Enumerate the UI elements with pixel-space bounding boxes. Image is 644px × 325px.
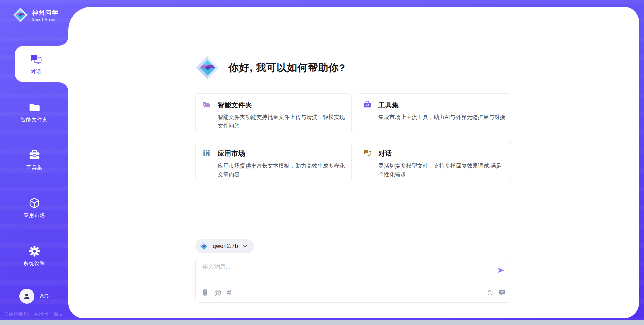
brand-subtitle: Smart Vision	[32, 17, 59, 21]
user-account[interactable]: AD	[5, 289, 68, 304]
composer: qwen2:7b	[195, 239, 512, 303]
history-button[interactable]	[487, 289, 494, 296]
card-toolset[interactable]: 工具集 集成市场上主流工具，助力AI与外界无缝扩展与对接	[356, 93, 512, 134]
chat-bubbles-icon	[30, 53, 42, 66]
card-smart-folder[interactable]: 智能文件夹 智能文件夹功能支持批量文件上传与清洗，轻松实现文件问答	[195, 93, 352, 134]
card-chat[interactable]: 对话 灵活切换多模型文件，支持多样回复效果调试,满足个性化需求	[356, 142, 512, 183]
sidebar-nav: 对话 智能文件夹 工具集 应用市场 系统设置	[0, 46, 68, 285]
card-title: 工具集	[378, 101, 506, 110]
model-selector[interactable]: qwen2:7b	[195, 239, 254, 253]
open-folder-icon	[202, 100, 211, 109]
model-diamond-icon	[199, 242, 209, 251]
user-initials: AD	[40, 292, 49, 300]
card-description: 应用市场提供丰富长文本模板，助力高效生成多样化文章内容	[218, 161, 345, 183]
window-bottom-strip	[0, 320, 644, 323]
cube-icon	[28, 197, 41, 209]
card-title: 对话	[378, 149, 506, 158]
greeting-header: 你好, 我可以如何帮助你?	[195, 55, 512, 80]
send-plane-icon	[496, 266, 506, 275]
brand-diamond-icon	[13, 7, 28, 23]
feedback-button[interactable]	[499, 289, 506, 296]
main-panel: 你好, 我可以如何帮助你? 智能文件夹 智能文件夹功能支持批量文件上传与清洗，轻…	[68, 7, 639, 318]
card-description: 智能文件夹功能支持批量文件上传与清洗，轻松实现文件问答	[218, 113, 345, 134]
chat-bubbles-icon	[363, 149, 372, 157]
mention-button[interactable]: @	[214, 289, 221, 297]
composer-toolbar: @ #	[196, 283, 512, 302]
toolbox-icon	[363, 100, 372, 109]
folder-icon	[28, 101, 41, 114]
card-title: 应用市场	[218, 149, 345, 158]
sidebar-item-label: 应用市场	[23, 212, 45, 219]
sidebar-item-label: 对话	[31, 69, 41, 75]
greeting-diamond-icon	[195, 55, 220, 80]
model-name: qwen2:7b	[213, 243, 238, 250]
card-app-market[interactable]: 应用市场 应用市场提供丰富长文本模板，助力高效生成多样化文章内容	[195, 142, 352, 183]
sidebar-item-label: 系统设置	[23, 260, 45, 267]
sidebar-item-label: 工具集	[26, 165, 42, 171]
sidebar-item-smart-folder[interactable]: 智能文件夹	[0, 93, 68, 130]
app-window: 神州问学 Smart Vision 对话 智能文件夹 工具集 应用市场	[0, 0, 644, 323]
message-input[interactable]	[196, 257, 512, 283]
feedback-icon	[499, 289, 506, 296]
message-input-box: @ #	[195, 257, 512, 303]
sidebar-item-chat[interactable]: 对话	[15, 46, 68, 82]
hashtag-button[interactable]: #	[227, 289, 231, 297]
feature-cards: 智能文件夹 智能文件夹功能支持批量文件上传与清洗，轻松实现文件问答 工具集 集成…	[195, 93, 512, 183]
chevron-down-icon	[242, 244, 247, 248]
card-description: 集成市场上主流工具，助力AI与外界无缝扩展与对接	[378, 113, 506, 134]
send-button[interactable]	[495, 266, 506, 276]
copyright-text: ©神州数码 · 神州问学出品	[5, 311, 68, 317]
brand-logo: 神州问学 Smart Vision	[0, 0, 68, 23]
sidebar-footer: AD ©神州数码 · 神州问学出品	[0, 289, 68, 323]
hashtag-icon: #	[227, 289, 231, 297]
greeting-title: 你好, 我可以如何帮助你?	[229, 61, 345, 75]
history-icon	[487, 289, 494, 296]
brand-name: 神州问学	[32, 9, 59, 17]
attachment-button[interactable]	[202, 289, 208, 297]
sidebar-item-app-market[interactable]: 应用市场	[0, 189, 68, 226]
card-description: 灵活切换多模型文件，支持多样回复效果调试,满足个性化需求	[378, 161, 506, 183]
sidebar: 神州问学 Smart Vision 对话 智能文件夹 工具集 应用市场	[0, 0, 68, 323]
toolbox-icon	[28, 149, 41, 161]
grid-icon	[202, 149, 211, 157]
person-icon	[22, 292, 31, 301]
mention-icon: @	[214, 289, 221, 297]
sidebar-item-toolset[interactable]: 工具集	[0, 141, 68, 178]
gear-icon	[28, 245, 41, 257]
attachment-icon	[202, 289, 208, 297]
sidebar-item-label: 智能文件夹	[21, 117, 48, 123]
sidebar-item-settings[interactable]: 系统设置	[0, 237, 68, 274]
avatar	[19, 289, 34, 304]
card-title: 智能文件夹	[218, 101, 345, 110]
